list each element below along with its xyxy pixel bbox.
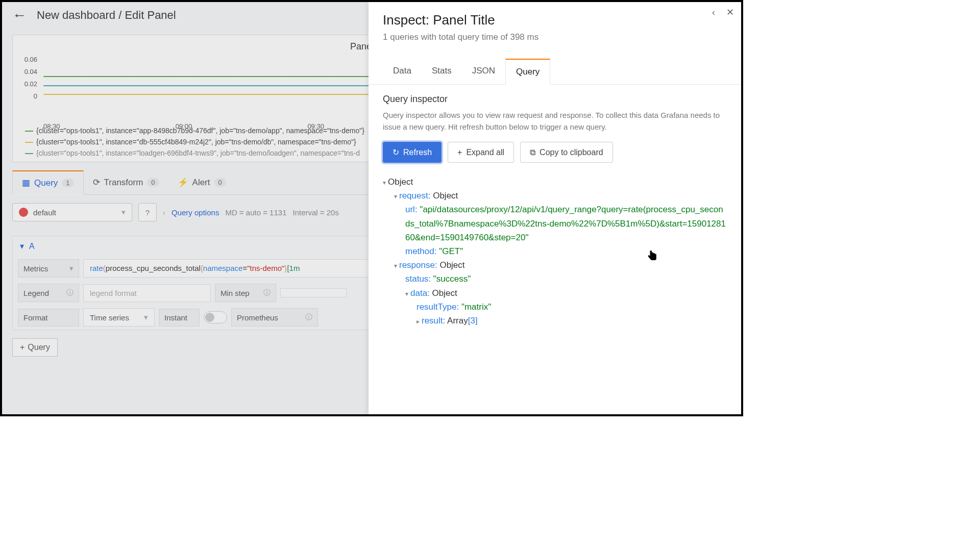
- result-array-length: [3]: [468, 316, 478, 325]
- min-step-label: Min stepⓘ: [215, 284, 276, 302]
- y-tick: 0.04: [19, 68, 37, 80]
- chevron-right-icon: ›: [163, 208, 165, 217]
- query-options-link[interactable]: Query options: [172, 208, 219, 217]
- prometheus-label: Prometheusⓘ: [231, 308, 318, 327]
- query-inspector-heading: Query inspector: [383, 94, 727, 105]
- chevron-down-icon: ▾: [20, 241, 24, 251]
- add-query-button[interactable]: + Query: [12, 338, 58, 357]
- instant-label: Instant: [159, 309, 200, 327]
- min-step-input[interactable]: [280, 288, 347, 297]
- tab-alert-count: 0: [214, 178, 226, 187]
- caret-down-icon[interactable]: ▾: [383, 179, 386, 186]
- tab-data[interactable]: Data: [383, 59, 422, 84]
- request-method-value: "GET": [439, 246, 463, 256]
- expand-all-button[interactable]: + Expand all: [448, 142, 514, 163]
- tab-json[interactable]: JSON: [462, 59, 505, 84]
- caret-down-icon[interactable]: ▾: [394, 262, 397, 269]
- request-url-value: "api/datasources/proxy/12/api/v1/query_r…: [405, 205, 726, 242]
- caret-down-icon[interactable]: ▾: [394, 193, 397, 200]
- drawer-title: Inspect: Panel Title: [383, 12, 727, 28]
- y-tick: 0.06: [19, 56, 37, 68]
- drawer-tabs: Data Stats JSON Query: [369, 59, 741, 85]
- y-axis: 0.06 0.04 0.02 0: [19, 56, 37, 105]
- refresh-icon: ↻: [393, 147, 399, 157]
- bell-icon: ⚡: [178, 177, 188, 188]
- instant-toggle[interactable]: [204, 311, 227, 323]
- legend-format-input[interactable]: legend format: [83, 284, 211, 302]
- query-row-name: A: [29, 242, 35, 251]
- response-status-value: "success": [433, 274, 471, 284]
- y-tick: 0: [19, 92, 37, 105]
- refresh-button[interactable]: ↻ Refresh: [383, 142, 442, 163]
- drawer-subtitle: 1 queries with total query time of 398 m…: [383, 32, 727, 42]
- format-label: Format: [18, 309, 79, 327]
- datasource-select[interactable]: default ▾: [12, 203, 132, 221]
- info-icon[interactable]: ⓘ: [305, 313, 312, 322]
- query-inspector-description: Query inspector allows you to view raw r…: [383, 110, 727, 133]
- inspect-drawer: ‹ ✕ Inspect: Panel Title 1 queries with …: [369, 2, 741, 414]
- collapse-icon[interactable]: ‹: [707, 6, 720, 18]
- database-icon: ▦: [22, 178, 30, 188]
- format-select[interactable]: Time series▾: [83, 308, 155, 327]
- info-icon[interactable]: ⓘ: [263, 288, 271, 297]
- breadcrumb: New dashboard / Edit Panel: [37, 9, 176, 22]
- result-type-value: "matrix": [461, 302, 491, 312]
- tab-query-count: 1: [62, 179, 74, 187]
- query-meta-md: MD = auto = 1131: [225, 208, 286, 217]
- tab-transform-count: 0: [147, 178, 159, 187]
- copy-to-clipboard-button[interactable]: ⧉ Copy to clipboard: [520, 142, 613, 163]
- chevron-down-icon: ▾: [69, 264, 74, 273]
- json-tree[interactable]: ▾Object ▾request: Object url: "api/datas…: [383, 175, 727, 328]
- info-icon[interactable]: ⓘ: [66, 288, 74, 297]
- transform-icon: ⟳: [93, 177, 100, 188]
- tab-query-inspector[interactable]: Query: [505, 59, 550, 85]
- legend-label: Legendⓘ: [18, 284, 79, 302]
- chevron-down-icon: ▾: [144, 313, 148, 322]
- query-meta-interval: Interval = 20s: [292, 208, 338, 217]
- datasource-icon: [19, 208, 28, 217]
- back-arrow-icon[interactable]: ←: [12, 7, 27, 23]
- plus-icon: +: [457, 148, 462, 157]
- tab-alert[interactable]: ⚡ Alert 0: [168, 170, 235, 194]
- metrics-label[interactable]: Metrics▾: [18, 259, 79, 278]
- chevron-down-icon: ▾: [121, 208, 126, 217]
- datasource-help-button[interactable]: ?: [138, 203, 157, 221]
- tab-stats[interactable]: Stats: [422, 59, 462, 84]
- caret-right-icon[interactable]: ▸: [416, 318, 420, 325]
- close-icon[interactable]: ✕: [724, 6, 736, 18]
- copy-icon: ⧉: [530, 148, 535, 157]
- tab-query[interactable]: ▦ Query 1: [12, 170, 84, 195]
- datasource-name: default: [33, 208, 56, 217]
- caret-down-icon[interactable]: ▾: [405, 290, 408, 297]
- y-tick: 0.02: [19, 80, 37, 92]
- tab-transform[interactable]: ⟳ Transform 0: [84, 170, 168, 194]
- plus-icon: +: [20, 343, 24, 352]
